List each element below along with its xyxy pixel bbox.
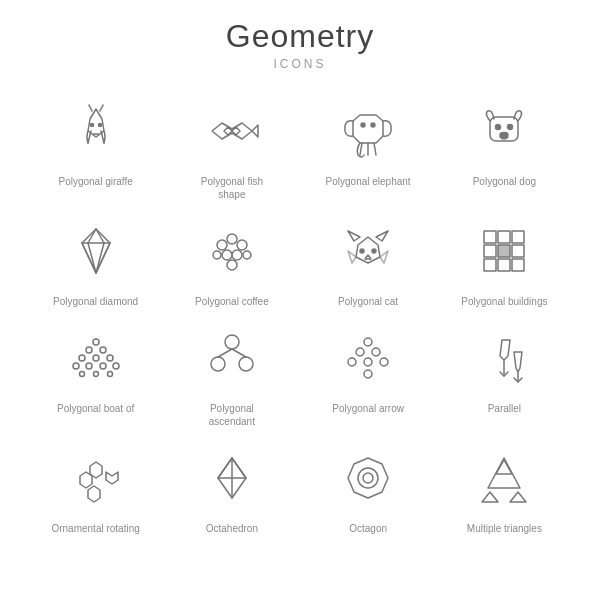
page-title: Geometry	[226, 18, 374, 55]
svg-point-66	[107, 372, 112, 377]
icon-cell-polygonal-diamond: Polygonal diamond	[30, 211, 161, 308]
parallel-label: Parallel	[488, 402, 521, 415]
polygonal-buildings-label: Polygonal buildings	[461, 295, 547, 308]
icon-cell-polygonal-fish-shape: Polygonal fish shape	[166, 91, 297, 201]
polygonal-fish-shape-label: Polygonal fish shape	[187, 175, 277, 201]
svg-marker-80	[514, 352, 522, 372]
svg-rect-45	[484, 231, 496, 243]
polygonal-coffee-icon	[192, 211, 272, 291]
svg-rect-47	[512, 231, 524, 243]
icon-cell-octagon: Octagon	[303, 438, 434, 535]
icon-cell-polygonal-dog: Polygonal dog	[439, 91, 570, 201]
svg-point-32	[222, 250, 232, 260]
polygonal-diamond-icon	[56, 211, 136, 291]
multiple-triangles-icon	[464, 438, 544, 518]
svg-marker-11	[353, 115, 383, 143]
svg-rect-46	[498, 231, 510, 243]
page-subtitle: ICONS	[226, 57, 374, 71]
polygonal-arrow-label: Polygonal arrow	[332, 402, 404, 415]
svg-rect-53	[512, 259, 524, 271]
icon-cell-polygonal-cat: Polygonal cat	[303, 211, 434, 308]
icon-cell-polygonal-giraffe: Polygonal giraffe	[30, 91, 161, 201]
svg-marker-92	[348, 458, 388, 498]
svg-rect-51	[484, 259, 496, 271]
polygonal-diamond-label: Polygonal diamond	[53, 295, 138, 308]
svg-rect-50	[512, 245, 524, 257]
polygonal-ascendant-label: Polygonal ascendant	[187, 402, 277, 428]
svg-point-31	[237, 240, 247, 250]
svg-point-34	[227, 260, 237, 270]
svg-point-77	[380, 358, 388, 366]
svg-point-94	[363, 473, 373, 483]
svg-line-91	[218, 458, 232, 478]
svg-point-93	[358, 468, 378, 488]
octagon-label: Octagon	[349, 522, 387, 535]
svg-point-18	[496, 125, 501, 130]
svg-point-35	[213, 251, 221, 259]
polygonal-boat-of-icon	[56, 318, 136, 398]
svg-point-76	[364, 358, 372, 366]
ornamental-rotating-label: Ornamental rotating	[51, 522, 139, 535]
polygonal-boat-of-label: Polygonal boat of	[57, 402, 134, 415]
icon-cell-polygonal-elephant: Polygonal elephant	[303, 91, 434, 201]
svg-point-78	[364, 370, 372, 378]
icon-cell-polygonal-coffee: Polygonal coffee	[166, 211, 297, 308]
svg-point-68	[211, 357, 225, 371]
svg-point-69	[239, 357, 253, 371]
octahedron-label: Octahedron	[206, 522, 258, 535]
polygonal-arrow-icon	[328, 318, 408, 398]
icon-cell-polygonal-boat-of: Polygonal boat of	[30, 318, 161, 428]
svg-point-57	[79, 355, 85, 361]
svg-rect-48	[484, 245, 496, 257]
ornamental-rotating-icon	[56, 438, 136, 518]
svg-point-55	[86, 347, 92, 353]
polygonal-cat-icon	[328, 211, 408, 291]
svg-point-62	[100, 363, 106, 369]
icon-cell-multiple-triangles: Multiple triangles	[439, 438, 570, 535]
svg-marker-97	[510, 492, 526, 502]
polygonal-dog-label: Polygonal dog	[473, 175, 536, 188]
svg-point-13	[371, 123, 375, 127]
svg-point-12	[361, 123, 365, 127]
svg-point-56	[100, 347, 106, 353]
svg-point-65	[93, 372, 98, 377]
svg-point-3	[90, 124, 93, 127]
svg-marker-42	[365, 255, 371, 259]
svg-point-41	[372, 249, 376, 253]
svg-point-19	[508, 125, 513, 130]
octagon-icon	[328, 438, 408, 518]
svg-rect-52	[498, 259, 510, 271]
svg-point-29	[227, 234, 237, 244]
polygonal-buildings-icon	[464, 211, 544, 291]
svg-marker-95	[488, 458, 520, 488]
svg-point-67	[225, 335, 239, 349]
page-header: Geometry ICONS	[226, 18, 374, 71]
svg-marker-96	[482, 492, 498, 502]
polygonal-giraffe-icon	[56, 91, 136, 171]
svg-marker-44	[380, 251, 388, 263]
svg-line-2	[100, 105, 103, 111]
svg-line-90	[232, 458, 246, 478]
svg-point-40	[360, 249, 364, 253]
svg-point-61	[86, 363, 92, 369]
multiple-triangles-label: Multiple triangles	[467, 522, 542, 535]
icon-cell-ornamental-rotating: Ornamental rotating	[30, 438, 161, 535]
svg-marker-85	[106, 472, 118, 484]
parallel-icon	[464, 318, 544, 398]
icon-cell-polygonal-arrow: Polygonal arrow	[303, 318, 434, 428]
icon-cell-polygonal-buildings: Polygonal buildings	[439, 211, 570, 308]
svg-line-1	[89, 105, 92, 111]
polygonal-coffee-label: Polygonal coffee	[195, 295, 269, 308]
svg-point-33	[232, 250, 242, 260]
svg-point-58	[93, 355, 99, 361]
svg-point-73	[356, 348, 364, 356]
svg-marker-39	[376, 231, 388, 241]
svg-point-30	[217, 240, 227, 250]
svg-point-4	[98, 124, 101, 127]
polygonal-elephant-label: Polygonal elephant	[326, 175, 411, 188]
svg-point-64	[79, 372, 84, 377]
svg-point-54	[93, 339, 99, 345]
octahedron-icon	[192, 438, 272, 518]
svg-point-20	[500, 133, 508, 138]
svg-line-70	[218, 349, 232, 357]
